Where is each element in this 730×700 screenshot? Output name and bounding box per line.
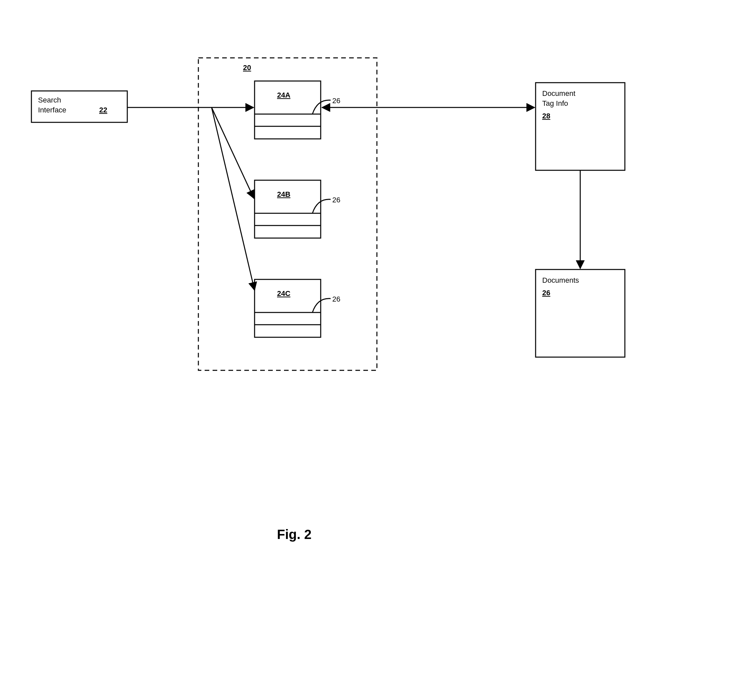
search-interface-label-1: Search [38, 96, 61, 104]
container-ref: 20 [243, 63, 251, 72]
index-24a-callout: 26 [332, 96, 340, 105]
doc-tag-info-box: Document Tag Info 28 [536, 83, 625, 170]
svg-rect-1 [199, 58, 377, 370]
documents-box: Documents 26 [536, 269, 625, 357]
index-24b: 24B 26 [255, 180, 340, 238]
index-24b-ref: 24B [277, 190, 290, 199]
search-interface-label-2: Interface [38, 106, 66, 114]
search-interface-ref: 22 [99, 106, 107, 114]
index-24a-ref: 24A [277, 91, 290, 99]
arrow-branch-to-24c [212, 107, 255, 290]
arrow-branch-to-24b [212, 107, 254, 199]
index-24c: 24C 26 [255, 279, 340, 337]
index-24c-callout: 26 [332, 295, 340, 303]
search-interface-box: Search Interface 22 [31, 91, 127, 122]
svg-rect-5 [255, 180, 321, 238]
svg-rect-8 [255, 279, 321, 337]
doc-tag-info-ref: 28 [542, 112, 550, 120]
doc-tag-info-label-2: Tag Info [542, 99, 568, 107]
diagram-canvas: Search Interface 22 20 24A 26 24B 26 24C… [0, 0, 730, 700]
dashed-container: 20 [199, 58, 377, 370]
documents-label: Documents [542, 276, 579, 284]
index-24b-callout: 26 [332, 196, 340, 204]
index-24a: 24A 26 [255, 81, 340, 139]
doc-tag-info-label-1: Document [542, 89, 575, 98]
svg-rect-2 [255, 81, 321, 139]
documents-ref: 26 [542, 289, 550, 297]
figure-title: Fig. 2 [277, 527, 311, 542]
index-24c-ref: 24C [277, 289, 290, 298]
